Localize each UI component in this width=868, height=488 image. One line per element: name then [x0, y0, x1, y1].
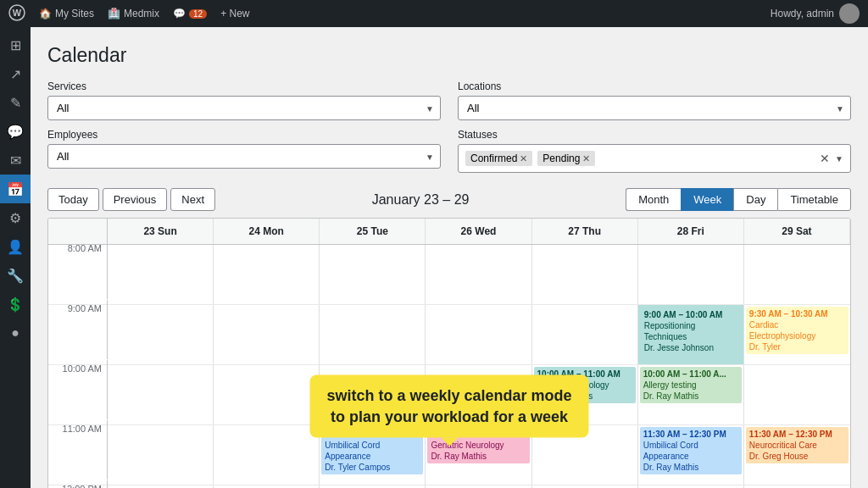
sidebar-icon-mail[interactable]: ✉	[0, 146, 31, 175]
day-header-tue: 25 Tue	[320, 219, 426, 244]
cell-sun-11am[interactable]	[108, 425, 214, 485]
employees-select[interactable]: All	[47, 144, 441, 169]
employees-label: Employees	[47, 129, 441, 141]
nav-buttons: Today Previous Next	[47, 188, 215, 211]
day-header-fri: 28 Fri	[638, 219, 744, 244]
confirmed-tag-remove[interactable]: ✕	[520, 153, 527, 164]
cell-sun-10am[interactable]	[108, 365, 214, 424]
cell-sat-9am[interactable]: 9:30 AM – 10:30 AM Cardiac Electrophysio…	[744, 305, 850, 364]
cell-mon-10am[interactable]	[214, 365, 320, 424]
day-view-button[interactable]: Day	[733, 188, 777, 211]
comments-icon: 💬	[173, 8, 186, 19]
home-icon: 🏠	[39, 8, 52, 19]
event-nuclear-cardiology[interactable]: 10:00 AM – 11:00 AM Nuclear Cardiology D…	[534, 367, 636, 403]
event-neurocritical[interactable]: 11:30 AM – 12:30 PM Neurocritical Care D…	[746, 427, 849, 463]
event-repositioning[interactable]: 9:00 AM – 10:00 AM Repositioning Techniq…	[641, 308, 741, 355]
time-row-9am: 9:00 AM 9:00 AM – 10:00 AM Repositioning…	[48, 305, 850, 365]
cell-tue-9am[interactable]	[320, 305, 426, 364]
wp-logo-icon[interactable]: W	[8, 4, 25, 24]
sidebar-icon-dashboard[interactable]: ⊞	[0, 30, 31, 59]
sidebar-icon-arrow[interactable]: ↗	[0, 59, 31, 88]
time-label-9am: 9:00 AM	[48, 300, 108, 359]
week-view-button[interactable]: Week	[681, 188, 733, 211]
main-content: Calendar Services All ▼ Locations All	[31, 27, 868, 488]
cell-fri-10am[interactable]: 10:00 AM – 11:00 A... Allergy testing Dr…	[638, 365, 744, 424]
time-label-12pm: 12:00 PM	[48, 480, 108, 488]
svg-text:W: W	[13, 8, 22, 18]
month-view-button[interactable]: Month	[626, 188, 681, 211]
locations-select[interactable]: All	[458, 96, 851, 120]
sidebar-icon-dollar[interactable]: 💲	[0, 290, 31, 319]
new-content-link[interactable]: + New	[220, 8, 249, 19]
cell-sat-11am[interactable]: 11:30 AM – 12:30 PM Neurocritical Care D…	[744, 425, 850, 485]
cell-sat-10am[interactable]	[744, 365, 850, 424]
time-row-8am: 8:00 AM	[48, 245, 850, 305]
cell-thu-8am[interactable]	[532, 245, 638, 304]
tags-clear-icon[interactable]: ✕	[820, 152, 830, 165]
cell-fri-8am[interactable]	[638, 245, 744, 304]
site-icon: 🏥	[108, 8, 120, 19]
cell-tue-11am[interactable]: 11:30 AM – 12:30 PM Umbilical Cord Appea…	[320, 425, 426, 485]
event-allergy-testing[interactable]: 10:00 AM – 11:00 A... Allergy testing Dr…	[640, 367, 742, 403]
event-umbilical-fri[interactable]: 11:30 AM – 12:30 PM Umbilical Cord Appea…	[640, 427, 742, 474]
comments-link[interactable]: 💬 12	[173, 8, 207, 19]
admin-bar: W 🏠 My Sites 🏥 Medmix 💬 12 + New Howdy, …	[0, 0, 868, 27]
cell-sat-8am[interactable]	[744, 245, 850, 304]
sidebar-icon-users[interactable]: 👤	[0, 232, 31, 261]
services-filter: Services All ▼	[47, 80, 441, 120]
locations-label: Locations	[458, 80, 851, 92]
sidebar-icon-comments[interactable]: 💬	[0, 117, 31, 146]
cell-fri-9am[interactable]: 9:00 AM – 10:00 AM Repositioning Techniq…	[638, 305, 744, 364]
services-select[interactable]: All	[47, 96, 441, 120]
previous-button[interactable]: Previous	[103, 188, 168, 211]
sidebar-icon-tools[interactable]: 🔧	[0, 261, 31, 290]
services-select-wrap: All ▼	[47, 96, 441, 120]
cell-wed-10am[interactable]	[426, 365, 531, 424]
cell-sun-9am[interactable]	[108, 305, 214, 364]
pending-tag: Pending ✕	[537, 151, 595, 166]
statuses-filter: Statuses Confirmed ✕ Pending ✕ ✕ ▼	[458, 129, 851, 173]
timetable-view-button[interactable]: Timetable	[777, 188, 851, 211]
calendar-header: 23 Sun 24 Mon 25 Tue 26 Wed 27 Thu 28 Fr…	[48, 219, 850, 245]
time-row-10am: 10:00 AM 10:00 AM – 11:00 AM Nuclear Car…	[48, 365, 850, 425]
day-header-sun: 23 Sun	[108, 219, 214, 244]
statuses-tag-input[interactable]: Confirmed ✕ Pending ✕ ✕ ▼	[458, 144, 851, 173]
cell-thu-9am[interactable]	[532, 305, 638, 364]
cell-mon-9am[interactable]	[214, 305, 320, 364]
statuses-label: Statuses	[458, 129, 851, 141]
calendar-container: 23 Sun 24 Mon 25 Tue 26 Wed 27 Thu 28 Fr…	[47, 218, 851, 488]
cell-thu-11am[interactable]	[532, 425, 638, 485]
event-geriatric-neurology[interactable]: 11:30 AM – 12:30 PM Geriatric Neurology …	[427, 427, 529, 463]
cell-thu-10am[interactable]: 10:00 AM – 11:00 AM Nuclear Cardiology D…	[532, 365, 638, 424]
cell-sun-8am[interactable]	[108, 245, 214, 304]
filter-row-1: Services All ▼ Locations All ▼	[47, 80, 851, 120]
my-sites-link[interactable]: 🏠 My Sites	[39, 8, 94, 19]
user-menu[interactable]: Howdy, admin	[771, 3, 860, 24]
cell-fri-11am[interactable]: 11:30 AM – 12:30 PM Umbilical Cord Appea…	[638, 425, 744, 485]
today-button[interactable]: Today	[47, 188, 99, 211]
time-label-11am: 11:00 AM	[48, 420, 108, 480]
cell-tue-10am[interactable]	[320, 365, 426, 424]
pending-tag-remove[interactable]: ✕	[582, 153, 590, 164]
medmix-link[interactable]: 🏥 Medmix	[108, 8, 159, 19]
cell-mon-8am[interactable]	[214, 245, 320, 304]
employees-select-wrap: All ▼	[47, 144, 441, 169]
day-header-thu: 27 Thu	[532, 219, 638, 244]
event-cardiac[interactable]: 9:30 AM – 10:30 AM Cardiac Electrophysio…	[746, 307, 849, 354]
layout: ⊞ ↗ ✎ 💬 ✉ 📅 ⚙ 👤 🔧 💲 ● Calendar Services …	[0, 27, 868, 488]
event-umbilical-tue[interactable]: 11:30 AM – 12:30 PM Umbilical Cord Appea…	[321, 427, 423, 474]
tags-arrow-icon[interactable]: ▼	[835, 154, 843, 164]
cell-wed-9am[interactable]	[426, 305, 531, 364]
sidebar-icon-calendar[interactable]: 📅	[0, 175, 31, 203]
cell-tue-8am[interactable]	[320, 245, 426, 304]
cell-wed-8am[interactable]	[426, 245, 531, 304]
next-button[interactable]: Next	[170, 188, 215, 211]
sidebar-icon-circle[interactable]: ●	[0, 319, 31, 347]
cell-mon-11am[interactable]	[214, 425, 320, 485]
sidebar-icon-settings[interactable]: ⚙	[0, 203, 31, 232]
avatar	[839, 3, 860, 24]
cell-wed-11am[interactable]: 11:30 AM – 12:30 PM Geriatric Neurology …	[426, 425, 531, 485]
employees-filter: Employees All ▼	[47, 129, 441, 173]
calendar-nav: Today Previous Next January 23 – 29 Mont…	[47, 181, 851, 218]
sidebar-icon-edit[interactable]: ✎	[0, 88, 31, 117]
